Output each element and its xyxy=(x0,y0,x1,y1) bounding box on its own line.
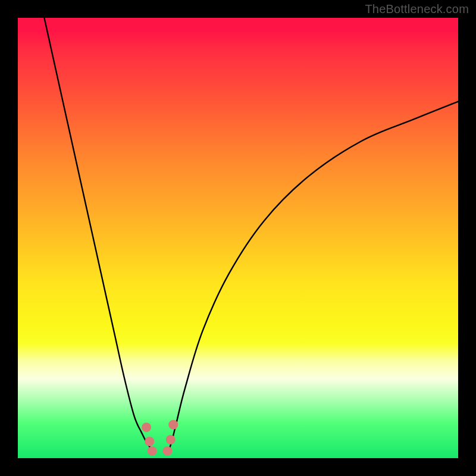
watermark-text: TheBottleneck.com xyxy=(365,2,469,16)
curve-right-branch xyxy=(168,102,458,452)
curve-left-branch xyxy=(44,18,152,452)
data-marker-4 xyxy=(166,435,176,444)
data-marker-2 xyxy=(148,446,157,456)
data-marker-1 xyxy=(145,437,154,446)
data-marker-0 xyxy=(142,422,151,432)
data-markers xyxy=(142,420,178,456)
data-marker-3 xyxy=(163,446,173,456)
chart-svg xyxy=(18,18,458,458)
chart-plot-area xyxy=(18,18,458,458)
data-marker-5 xyxy=(168,420,178,430)
